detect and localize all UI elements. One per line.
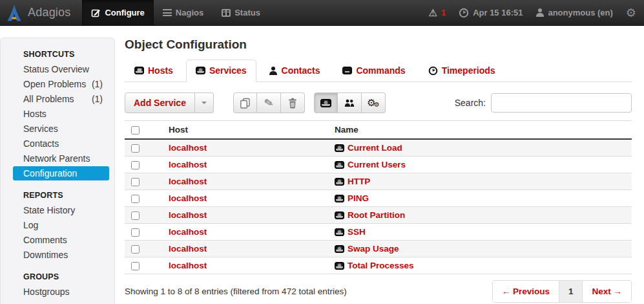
service-link[interactable]: Current Load	[348, 143, 402, 153]
host-link[interactable]: localhost	[169, 143, 207, 153]
host-link[interactable]: localhost	[169, 193, 207, 203]
table-icon	[222, 9, 231, 17]
sidebar-item-all-problems[interactable]: All Problems (1)	[13, 92, 109, 106]
host-link[interactable]: localhost	[169, 160, 207, 169]
app-title: Adagios	[28, 6, 70, 19]
add-service-dropdown-toggle[interactable]	[195, 92, 214, 113]
table-footer: Showing 1 to 8 of 8 entries (filtered fr…	[125, 280, 632, 303]
advanced-view-toggle[interactable]: ⚙⚙	[362, 92, 386, 113]
sidebar-item-network-parents[interactable]: Network Parents	[13, 151, 109, 166]
tab-label: Hosts	[148, 65, 173, 76]
row-checkbox[interactable]	[131, 144, 140, 153]
pagination: ← Previous 1 Next →	[492, 280, 632, 303]
user-menu[interactable]: anonymous (en)	[535, 8, 612, 17]
table-row: localhost HTTP	[125, 173, 632, 190]
item-count: (1)	[92, 79, 103, 89]
service-icon	[335, 161, 344, 169]
current-page-button[interactable]: 1	[559, 281, 583, 302]
sidebar-item-configuration[interactable]: Configuration	[13, 166, 109, 180]
host-link[interactable]: localhost	[169, 261, 207, 270]
nav-item-configure[interactable]: Configure	[82, 0, 153, 25]
service-link[interactable]: Current Users	[348, 160, 406, 169]
service-link[interactable]: PING	[348, 193, 369, 203]
sidebar-item-hostgroups[interactable]: Hostgroups	[13, 285, 109, 299]
row-checkbox[interactable]	[131, 228, 140, 237]
table-toolbar: Add Service ✎	[125, 92, 632, 113]
host-link[interactable]: localhost	[169, 210, 207, 220]
host-link[interactable]: localhost	[169, 244, 207, 254]
item-count: (1)	[92, 94, 103, 104]
tab-label: Services	[209, 65, 247, 76]
service-icon	[335, 228, 344, 236]
item-label: Downtimes	[23, 250, 68, 260]
row-checkbox[interactable]	[131, 212, 140, 220]
sidebar-section-reports: REPORTS State History Log Comments Downt…	[1, 187, 114, 262]
user-icon	[535, 8, 544, 17]
sidebar-item-status-overview[interactable]: Status Overview	[13, 62, 109, 76]
sidebar-section-shortcuts: SHORTCUTS Status Overview Open Problems …	[1, 46, 114, 180]
service-link[interactable]: Root Partition	[348, 210, 405, 220]
service-icon	[335, 178, 344, 186]
tab-services[interactable]: Services	[186, 60, 256, 82]
delete-button[interactable]	[281, 92, 305, 113]
previous-page-button[interactable]: ← Previous	[493, 281, 559, 302]
item-label: Open Problems	[23, 79, 86, 89]
search-input[interactable]	[491, 93, 632, 113]
sidebar-item-hosts[interactable]: Hosts	[13, 107, 109, 121]
nav-item-nagios[interactable]: Nagios	[154, 0, 213, 25]
sidebar-item-open-problems[interactable]: Open Problems (1)	[13, 77, 109, 91]
settings-gear-icon[interactable]: ⚙	[626, 7, 636, 19]
navbar-status-area: ⚠ 1 Apr 15 16:51 anonymous (en) ⚙	[428, 0, 644, 25]
service-icon	[335, 195, 344, 202]
next-page-button[interactable]: Next →	[582, 281, 631, 302]
row-checkbox[interactable]	[131, 245, 140, 254]
sidebar-item-state-history[interactable]: State History	[13, 203, 109, 217]
sidebar-item-services[interactable]: Services	[13, 122, 109, 136]
main-nav: Configure Nagios Status	[82, 0, 269, 25]
row-checkbox[interactable]	[131, 195, 140, 203]
service-link[interactable]: HTTP	[348, 177, 370, 186]
services-table: Host Name localhost Current Load localho…	[125, 120, 632, 274]
edit-button[interactable]: ✎	[257, 92, 281, 113]
service-link[interactable]: SSH	[348, 227, 366, 237]
service-link[interactable]: Swap Usage	[348, 244, 399, 254]
item-label: Network Parents	[23, 153, 90, 164]
service-icon	[335, 144, 344, 152]
copy-button[interactable]	[233, 92, 257, 113]
row-checkbox[interactable]	[131, 262, 140, 270]
sidebar-section-groups: GROUPS Hostgroups	[1, 268, 114, 299]
row-checkbox[interactable]	[131, 161, 140, 169]
copy-icon	[240, 98, 251, 109]
table-row: localhost PING	[125, 190, 632, 207]
column-header-name[interactable]: Name	[328, 121, 632, 140]
sidebar-item-log[interactable]: Log	[13, 218, 109, 232]
tab-contacts[interactable]: Contacts	[260, 60, 330, 82]
contacts-view-toggle[interactable]	[338, 92, 362, 113]
column-header-host[interactable]: Host	[162, 121, 328, 140]
tab-timeperiods[interactable]: Timeperiods	[419, 60, 505, 82]
people-icon	[344, 99, 355, 107]
services-view-toggle[interactable]	[314, 92, 338, 113]
sidebar-item-contacts[interactable]: Contacts	[13, 136, 109, 151]
sidebar-item-comments[interactable]: Comments	[13, 233, 109, 247]
row-action-group: ✎	[233, 92, 305, 113]
tab-commands[interactable]: Commands	[333, 60, 415, 82]
nav-item-status[interactable]: Status	[213, 0, 269, 25]
tab-hosts[interactable]: Hosts	[125, 60, 183, 82]
gears-icon: ⚙⚙	[367, 98, 379, 108]
add-service-button[interactable]: Add Service	[125, 92, 195, 113]
sidebar: SHORTCUTS Status Overview Open Problems …	[0, 38, 115, 304]
item-label: Hosts	[23, 109, 47, 119]
section-title: SHORTCUTS	[1, 46, 114, 62]
sidebar-item-downtimes[interactable]: Downtimes	[13, 248, 109, 262]
nav-label: Status	[234, 8, 260, 17]
service-link[interactable]: Total Processes	[348, 261, 414, 270]
select-all-checkbox[interactable]	[131, 126, 140, 135]
item-label: Configuration	[23, 168, 77, 179]
host-link[interactable]: localhost	[169, 177, 207, 186]
app-brand[interactable]: Adagios	[0, 0, 82, 25]
row-checkbox[interactable]	[131, 178, 140, 186]
host-link[interactable]: localhost	[169, 227, 207, 237]
alerts-indicator[interactable]: ⚠ 1	[428, 7, 446, 19]
table-row: localhost Current Load	[125, 139, 632, 157]
